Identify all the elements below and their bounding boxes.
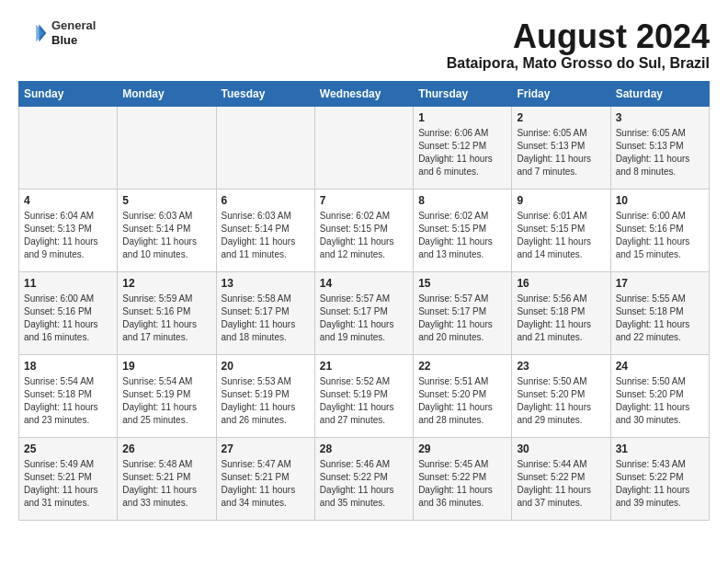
calendar-cell: 5Sunrise: 6:03 AMSunset: 5:14 PMDaylight… — [118, 189, 216, 271]
day-info: Sunrise: 5:45 AMSunset: 5:22 PMDaylight:… — [418, 458, 506, 510]
day-number: 3 — [616, 110, 704, 126]
calendar-cell: 9Sunrise: 6:01 AMSunset: 5:15 PMDaylight… — [512, 189, 610, 271]
day-number: 25 — [24, 442, 112, 457]
calendar-cell: 15Sunrise: 5:57 AMSunset: 5:17 PMDayligh… — [414, 271, 512, 354]
day-info: Sunrise: 6:05 AMSunset: 5:13 PMDaylight:… — [517, 127, 605, 178]
day-info: Sunrise: 6:02 AMSunset: 5:15 PMDaylight:… — [320, 210, 408, 261]
col-header-sunday: Sunday — [19, 81, 118, 106]
day-info: Sunrise: 5:55 AMSunset: 5:18 PMDaylight:… — [616, 293, 704, 344]
day-number: 2 — [517, 110, 605, 126]
calendar-cell: 28Sunrise: 5:46 AMSunset: 5:22 PMDayligh… — [314, 437, 413, 520]
day-number: 6 — [222, 193, 310, 209]
calendar-cell: 10Sunrise: 6:00 AMSunset: 5:16 PMDayligh… — [610, 189, 709, 271]
calendar-cell — [118, 106, 216, 189]
day-number: 30 — [517, 442, 605, 457]
day-number: 20 — [222, 359, 310, 374]
calendar-cell: 8Sunrise: 6:02 AMSunset: 5:15 PMDaylight… — [414, 189, 512, 271]
col-header-monday: Monday — [118, 81, 216, 106]
calendar-cell — [19, 106, 118, 189]
day-info: Sunrise: 5:50 AMSunset: 5:20 PMDaylight:… — [517, 375, 605, 427]
calendar-cell: 24Sunrise: 5:50 AMSunset: 5:20 PMDayligh… — [610, 354, 709, 437]
col-header-friday: Friday — [512, 81, 610, 106]
day-number: 16 — [517, 276, 605, 292]
col-header-saturday: Saturday — [610, 81, 709, 106]
calendar-cell: 29Sunrise: 5:45 AMSunset: 5:22 PMDayligh… — [414, 437, 512, 520]
calendar-cell: 18Sunrise: 5:54 AMSunset: 5:18 PMDayligh… — [19, 354, 118, 437]
day-number: 15 — [418, 276, 506, 292]
day-number: 22 — [418, 359, 506, 374]
calendar-cell: 4Sunrise: 6:04 AMSunset: 5:13 PMDaylight… — [19, 189, 118, 271]
day-info: Sunrise: 5:48 AMSunset: 5:21 PMDaylight:… — [122, 458, 210, 510]
day-number: 18 — [24, 359, 112, 374]
calendar-cell: 22Sunrise: 5:51 AMSunset: 5:20 PMDayligh… — [414, 354, 512, 437]
week-row-2: 4Sunrise: 6:04 AMSunset: 5:13 PMDaylight… — [19, 189, 710, 271]
day-info: Sunrise: 6:03 AMSunset: 5:14 PMDaylight:… — [122, 210, 210, 261]
day-info: Sunrise: 5:47 AMSunset: 5:21 PMDaylight:… — [222, 458, 310, 510]
logo-text: General Blue — [51, 18, 96, 47]
calendar-cell: 19Sunrise: 5:54 AMSunset: 5:19 PMDayligh… — [118, 354, 216, 437]
day-info: Sunrise: 5:50 AMSunset: 5:20 PMDaylight:… — [616, 375, 704, 427]
calendar-cell: 1Sunrise: 6:06 AMSunset: 5:12 PMDaylight… — [414, 106, 512, 189]
calendar-cell: 23Sunrise: 5:50 AMSunset: 5:20 PMDayligh… — [512, 354, 610, 437]
day-info: Sunrise: 5:57 AMSunset: 5:17 PMDaylight:… — [418, 293, 506, 344]
day-info: Sunrise: 5:43 AMSunset: 5:22 PMDaylight:… — [616, 458, 704, 510]
day-info: Sunrise: 5:53 AMSunset: 5:19 PMDaylight:… — [222, 375, 310, 427]
col-header-thursday: Thursday — [414, 81, 512, 106]
week-row-4: 18Sunrise: 5:54 AMSunset: 5:18 PMDayligh… — [19, 354, 710, 437]
day-number: 5 — [122, 193, 210, 209]
calendar-table: SundayMondayTuesdayWednesdayThursdayFrid… — [18, 81, 710, 521]
day-number: 7 — [320, 193, 408, 209]
calendar-cell: 14Sunrise: 5:57 AMSunset: 5:17 PMDayligh… — [314, 271, 413, 354]
calendar-cell: 3Sunrise: 6:05 AMSunset: 5:13 PMDaylight… — [610, 106, 709, 189]
logo: General Blue — [18, 18, 96, 48]
calendar-cell: 7Sunrise: 6:02 AMSunset: 5:15 PMDaylight… — [314, 189, 413, 271]
day-number: 13 — [222, 276, 310, 292]
day-info: Sunrise: 6:06 AMSunset: 5:12 PMDaylight:… — [418, 127, 506, 178]
week-row-3: 11Sunrise: 6:00 AMSunset: 5:16 PMDayligh… — [19, 271, 710, 354]
day-number: 4 — [24, 193, 112, 209]
col-header-tuesday: Tuesday — [216, 81, 314, 106]
day-number: 31 — [616, 442, 704, 457]
calendar-cell: 12Sunrise: 5:59 AMSunset: 5:16 PMDayligh… — [118, 271, 216, 354]
day-info: Sunrise: 6:05 AMSunset: 5:13 PMDaylight:… — [616, 127, 704, 178]
page-header: General Blue August 2024 Bataipora, Mato… — [18, 18, 710, 72]
day-number: 12 — [122, 276, 210, 292]
calendar-cell: 30Sunrise: 5:44 AMSunset: 5:22 PMDayligh… — [512, 437, 610, 520]
day-number: 8 — [418, 193, 506, 209]
calendar-cell: 25Sunrise: 5:49 AMSunset: 5:21 PMDayligh… — [19, 437, 118, 520]
day-number: 26 — [122, 442, 210, 457]
day-number: 27 — [222, 442, 310, 457]
calendar-cell: 26Sunrise: 5:48 AMSunset: 5:21 PMDayligh… — [118, 437, 216, 520]
day-info: Sunrise: 5:44 AMSunset: 5:22 PMDaylight:… — [517, 458, 605, 510]
calendar-cell: 17Sunrise: 5:55 AMSunset: 5:18 PMDayligh… — [610, 271, 709, 354]
week-row-5: 25Sunrise: 5:49 AMSunset: 5:21 PMDayligh… — [19, 437, 710, 520]
calendar-title: August 2024 — [447, 18, 710, 55]
day-info: Sunrise: 5:58 AMSunset: 5:17 PMDaylight:… — [222, 293, 310, 344]
calendar-cell — [216, 106, 314, 189]
day-number: 21 — [320, 359, 408, 374]
calendar-cell: 16Sunrise: 5:56 AMSunset: 5:18 PMDayligh… — [512, 271, 610, 354]
day-info: Sunrise: 5:59 AMSunset: 5:16 PMDaylight:… — [122, 293, 210, 344]
day-info: Sunrise: 5:49 AMSunset: 5:21 PMDaylight:… — [24, 458, 112, 510]
day-info: Sunrise: 5:51 AMSunset: 5:20 PMDaylight:… — [418, 375, 506, 427]
day-number: 14 — [320, 276, 408, 292]
week-row-1: 1Sunrise: 6:06 AMSunset: 5:12 PMDaylight… — [19, 106, 710, 189]
day-info: Sunrise: 6:01 AMSunset: 5:15 PMDaylight:… — [517, 210, 605, 261]
calendar-cell: 20Sunrise: 5:53 AMSunset: 5:19 PMDayligh… — [216, 354, 314, 437]
day-number: 1 — [418, 110, 506, 126]
calendar-cell: 27Sunrise: 5:47 AMSunset: 5:21 PMDayligh… — [216, 437, 314, 520]
day-info: Sunrise: 6:00 AMSunset: 5:16 PMDaylight:… — [616, 210, 704, 261]
day-number: 28 — [320, 442, 408, 457]
calendar-cell: 11Sunrise: 6:00 AMSunset: 5:16 PMDayligh… — [19, 271, 118, 354]
day-number: 23 — [517, 359, 605, 374]
day-info: Sunrise: 6:03 AMSunset: 5:14 PMDaylight:… — [222, 210, 310, 261]
calendar-cell — [314, 106, 413, 189]
logo-icon — [18, 18, 48, 48]
day-info: Sunrise: 5:57 AMSunset: 5:17 PMDaylight:… — [320, 293, 408, 344]
calendar-subtitle: Bataipora, Mato Grosso do Sul, Brazil — [447, 55, 710, 72]
day-number: 11 — [24, 276, 112, 292]
day-info: Sunrise: 5:52 AMSunset: 5:19 PMDaylight:… — [320, 375, 408, 427]
day-info: Sunrise: 6:00 AMSunset: 5:16 PMDaylight:… — [24, 293, 112, 344]
day-number: 19 — [122, 359, 210, 374]
day-info: Sunrise: 5:54 AMSunset: 5:19 PMDaylight:… — [122, 375, 210, 427]
